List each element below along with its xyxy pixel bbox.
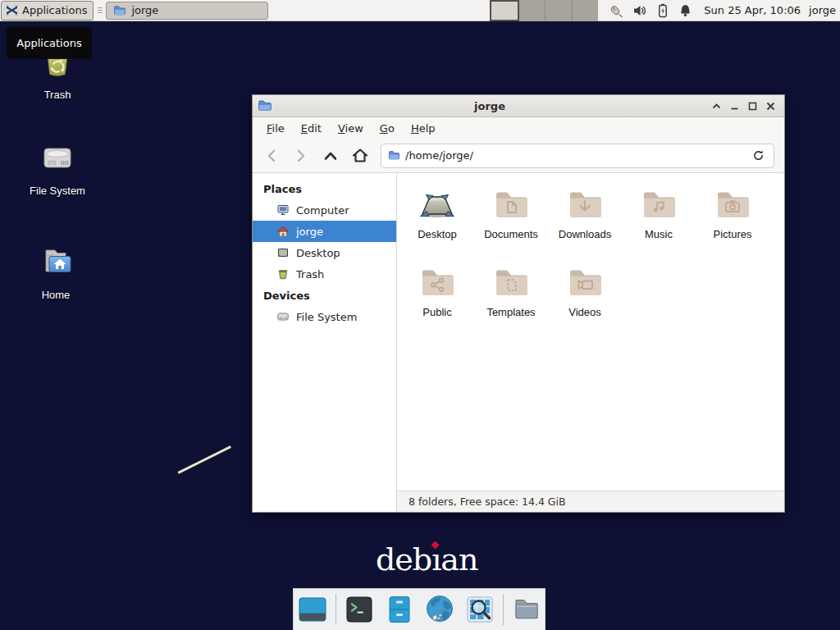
debian-logo: debıan (376, 541, 477, 578)
file-manager-window: jorge File Edit View Go Help (252, 94, 785, 513)
taskbar-window-button[interactable]: jorge (106, 2, 268, 20)
file-item-documents[interactable]: Documents (474, 181, 548, 259)
shade-icon (712, 103, 721, 110)
up-button[interactable] (317, 143, 345, 169)
file-grid: Desktop Documents Downloads (397, 173, 784, 491)
mouse-icon[interactable] (608, 3, 624, 18)
session-user-label[interactable]: jorge (809, 4, 836, 16)
applications-menu-button[interactable]: Applications (1, 1, 94, 21)
sidebar-item-trash[interactable]: Trash (253, 263, 396, 285)
path-text[interactable]: /home/jorge/ (405, 149, 744, 162)
public-folder-icon (418, 262, 457, 302)
home-icon (276, 225, 290, 238)
desktop-icon-label: Home (42, 289, 71, 301)
maximize-button[interactable] (743, 98, 761, 114)
location-bar[interactable]: /home/jorge/ (381, 144, 774, 168)
applications-menu-icon (5, 3, 19, 17)
up-icon (323, 150, 338, 162)
downloads-folder-icon (565, 185, 605, 224)
trash-icon (276, 267, 290, 281)
window-titlebar[interactable]: jorge (253, 95, 784, 117)
file-cabinet-launcher[interactable] (382, 592, 417, 627)
menu-go[interactable]: Go (372, 120, 402, 137)
terminal-launcher[interactable] (342, 592, 377, 627)
file-item-pictures[interactable]: Pictures (696, 181, 769, 259)
sidebar: Places Computer jorge Desktop Trash Devi… (253, 173, 397, 512)
toolbar: /home/jorge/ (253, 139, 784, 173)
home-folder-icon (36, 243, 75, 282)
statusbar-text: 8 folders, Free space: 14.4 GiB (409, 495, 566, 508)
stray-line-artifact (177, 445, 231, 474)
tasklist-handle[interactable] (96, 3, 103, 18)
shade-button[interactable] (707, 98, 725, 114)
menubar: File Edit View Go Help (253, 117, 784, 139)
back-icon (266, 148, 277, 163)
videos-folder-icon (565, 262, 605, 302)
dock-separator (336, 594, 336, 625)
forward-button[interactable] (287, 143, 315, 169)
sidebar-item-jorge[interactable]: jorge (253, 221, 396, 242)
battery-charging-icon[interactable] (655, 3, 670, 18)
app-finder-search-icon (464, 594, 495, 625)
desktop-special-icon (418, 185, 457, 224)
terminal-icon (344, 594, 375, 625)
taskbar-window-label: jorge (131, 4, 158, 16)
window-title: jorge (272, 100, 707, 112)
show-desktop-icon (297, 594, 328, 625)
hard-drive-icon (38, 139, 77, 178)
bottom-dock (293, 588, 546, 630)
minimize-button[interactable] (725, 98, 743, 114)
menu-help[interactable]: Help (404, 120, 443, 137)
file-item-templates[interactable]: Templates (474, 259, 548, 337)
maximize-icon (748, 102, 757, 111)
computer-icon (276, 203, 290, 217)
sidebar-item-computer[interactable]: Computer (253, 199, 396, 221)
menu-file[interactable]: File (259, 120, 292, 137)
sidebar-header-places: Places (253, 178, 396, 199)
sidebar-header-devices: Devices (253, 285, 396, 306)
file-item-desktop[interactable]: Desktop (400, 181, 474, 259)
volume-icon[interactable] (632, 3, 647, 18)
top-panel: Applications jorge (0, 0, 840, 21)
web-browser-launcher[interactable] (422, 592, 457, 627)
close-button[interactable] (761, 98, 779, 114)
desktop-icon-home[interactable]: Home (11, 243, 101, 301)
file-item-downloads[interactable]: Downloads (548, 181, 622, 259)
pictures-folder-icon (713, 185, 752, 224)
sidebar-item-file-system[interactable]: File System (253, 306, 396, 327)
desktop-icon-label: Trash (44, 89, 71, 101)
workspace-4[interactable] (573, 0, 599, 21)
file-cabinet-icon (384, 594, 415, 625)
folder-icon (113, 4, 126, 17)
notifications-bell-icon[interactable] (678, 3, 692, 18)
system-tray (608, 3, 692, 18)
sidebar-item-desktop[interactable]: Desktop (253, 242, 396, 263)
folder-icon (511, 594, 542, 625)
desktop-icon-file-system[interactable]: File System (12, 139, 103, 197)
clock[interactable]: Sun 25 Apr, 10:06 (704, 4, 801, 16)
file-item-public[interactable]: Public (400, 259, 474, 337)
show-desktop-button[interactable] (295, 592, 330, 627)
minimize-icon (730, 103, 739, 110)
workspace-1[interactable] (490, 0, 519, 21)
workspace-2[interactable] (519, 0, 546, 21)
menu-view[interactable]: View (331, 120, 371, 137)
hard-drive-icon (276, 310, 290, 323)
back-button[interactable] (258, 143, 285, 169)
workspace-3[interactable] (546, 0, 573, 21)
close-icon (766, 102, 775, 111)
app-finder-launcher[interactable] (463, 592, 497, 627)
home-button[interactable] (346, 143, 374, 169)
file-item-music[interactable]: Music (622, 181, 696, 259)
window-content: Places Computer jorge Desktop Trash Devi… (253, 173, 784, 512)
folder-launcher[interactable] (509, 592, 544, 627)
file-view[interactable]: Desktop Documents Downloads (397, 173, 784, 512)
music-folder-icon (639, 185, 678, 224)
menu-edit[interactable]: Edit (294, 120, 329, 137)
reload-button[interactable] (749, 147, 767, 165)
workspace-switcher[interactable] (490, 0, 598, 21)
desktop-icon-label: File System (30, 185, 85, 197)
file-item-videos[interactable]: Videos (548, 259, 622, 337)
window-folder-icon (258, 98, 272, 113)
applications-tooltip: Applications (7, 27, 92, 59)
